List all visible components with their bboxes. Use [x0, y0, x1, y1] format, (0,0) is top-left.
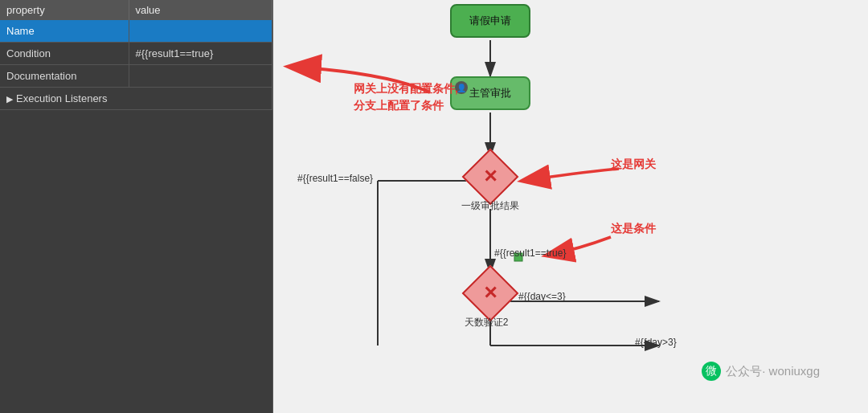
execution-listeners-property: ▶Execution Listeners	[0, 88, 272, 110]
annotation-gateway-label: 这是网关	[611, 157, 656, 173]
gateway2-label: 天数验证2	[442, 316, 530, 329]
documentation-value	[129, 65, 272, 88]
diagram-svg	[273, 0, 868, 413]
watermark-text: 公众号· woniuxgg	[726, 364, 820, 379]
property-column-header: property	[0, 0, 129, 20]
false-branch-label: #{{result1==false}	[297, 173, 373, 184]
condition-row[interactable]: Condition #{{result1==true}	[0, 43, 272, 65]
annotation-gateway-condition: 网关上没有配置条件,分支上配置了条件	[354, 80, 458, 114]
annotation-condition-label: 这是条件	[611, 221, 656, 237]
day-gt3-label: #{{day>3}	[635, 337, 677, 348]
name-property: Name	[0, 20, 129, 43]
request-label: 请假申请	[469, 14, 511, 28]
wechat-icon: 微	[702, 362, 721, 381]
condition-value: #{{result1==true}	[129, 43, 272, 65]
gateway1-label: 一级审批结果	[434, 199, 547, 213]
day-lte3-label: #{{day<=3}	[518, 291, 566, 302]
diagram-panel: 请假申请 👤 主管审批 ✕ 一级审批结果 #{{result1==true} #…	[273, 0, 868, 413]
condition-property: Condition	[0, 43, 129, 65]
name-value[interactable]	[129, 20, 272, 43]
name-row[interactable]: Name	[0, 20, 272, 43]
watermark: 微 公众号· woniuxgg	[702, 362, 820, 381]
gateway1[interactable]	[462, 149, 519, 206]
true-branch-label: #{{result1==true}	[494, 247, 566, 259]
request-node[interactable]: 请假申请	[450, 4, 530, 38]
gateway2[interactable]	[462, 265, 519, 322]
execution-listeners-row[interactable]: ▶Execution Listeners	[0, 88, 272, 110]
manager-review-label: 主管审批	[469, 86, 511, 100]
documentation-row[interactable]: Documentation	[0, 65, 272, 88]
value-column-header: value	[129, 0, 272, 20]
manager-review-node[interactable]: 👤 主管审批	[450, 76, 530, 110]
properties-table: property value Name Condition #{{result1…	[0, 0, 272, 110]
properties-panel: property value Name Condition #{{result1…	[0, 0, 273, 413]
documentation-property: Documentation	[0, 65, 129, 88]
expand-icon: ▶	[6, 94, 13, 104]
